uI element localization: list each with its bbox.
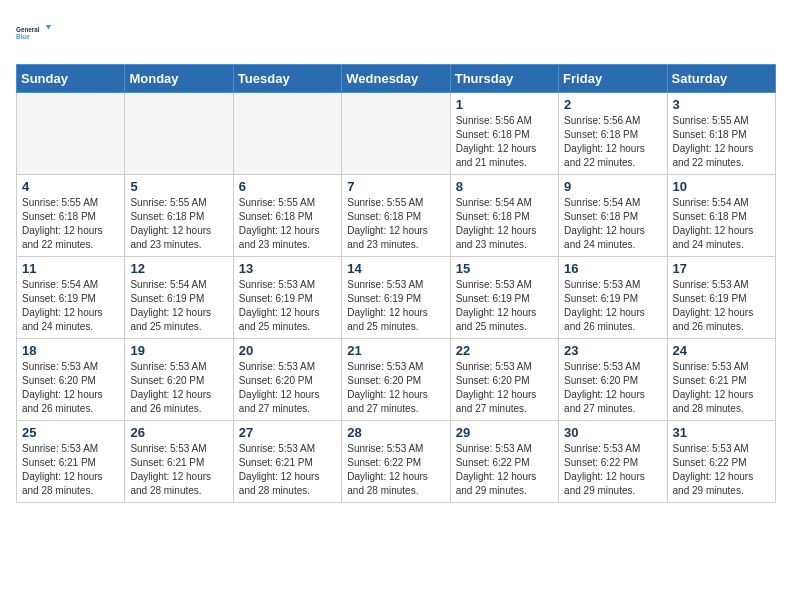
day-info: Sunrise: 5:53 AMSunset: 6:20 PMDaylight:… [456, 360, 553, 416]
weekday-header: Tuesday [233, 65, 341, 93]
day-number: 29 [456, 425, 553, 440]
svg-marker-2 [46, 25, 51, 30]
calendar-cell [17, 93, 125, 175]
calendar-cell: 1Sunrise: 5:56 AMSunset: 6:18 PMDaylight… [450, 93, 558, 175]
day-number: 10 [673, 179, 770, 194]
calendar-cell: 20Sunrise: 5:53 AMSunset: 6:20 PMDayligh… [233, 339, 341, 421]
day-number: 13 [239, 261, 336, 276]
page-header: General Blue [16, 16, 776, 52]
calendar-cell: 18Sunrise: 5:53 AMSunset: 6:20 PMDayligh… [17, 339, 125, 421]
day-number: 22 [456, 343, 553, 358]
calendar-cell: 5Sunrise: 5:55 AMSunset: 6:18 PMDaylight… [125, 175, 233, 257]
weekday-header: Saturday [667, 65, 775, 93]
day-info: Sunrise: 5:54 AMSunset: 6:18 PMDaylight:… [564, 196, 661, 252]
day-number: 9 [564, 179, 661, 194]
day-info: Sunrise: 5:54 AMSunset: 6:18 PMDaylight:… [456, 196, 553, 252]
weekday-header: Sunday [17, 65, 125, 93]
logo-icon: General Blue [16, 16, 52, 52]
day-info: Sunrise: 5:53 AMSunset: 6:19 PMDaylight:… [564, 278, 661, 334]
day-number: 27 [239, 425, 336, 440]
day-number: 14 [347, 261, 444, 276]
day-info: Sunrise: 5:55 AMSunset: 6:18 PMDaylight:… [22, 196, 119, 252]
weekday-header: Friday [559, 65, 667, 93]
day-number: 21 [347, 343, 444, 358]
calendar-cell [342, 93, 450, 175]
calendar-cell: 14Sunrise: 5:53 AMSunset: 6:19 PMDayligh… [342, 257, 450, 339]
day-number: 17 [673, 261, 770, 276]
weekday-header: Monday [125, 65, 233, 93]
day-number: 15 [456, 261, 553, 276]
day-info: Sunrise: 5:53 AMSunset: 6:21 PMDaylight:… [130, 442, 227, 498]
calendar-cell: 17Sunrise: 5:53 AMSunset: 6:19 PMDayligh… [667, 257, 775, 339]
day-info: Sunrise: 5:53 AMSunset: 6:22 PMDaylight:… [673, 442, 770, 498]
svg-text:Blue: Blue [16, 33, 30, 40]
calendar-cell: 22Sunrise: 5:53 AMSunset: 6:20 PMDayligh… [450, 339, 558, 421]
calendar-cell: 13Sunrise: 5:53 AMSunset: 6:19 PMDayligh… [233, 257, 341, 339]
day-info: Sunrise: 5:53 AMSunset: 6:21 PMDaylight:… [22, 442, 119, 498]
day-number: 1 [456, 97, 553, 112]
calendar-week-row: 11Sunrise: 5:54 AMSunset: 6:19 PMDayligh… [17, 257, 776, 339]
day-number: 25 [22, 425, 119, 440]
day-info: Sunrise: 5:53 AMSunset: 6:20 PMDaylight:… [22, 360, 119, 416]
day-info: Sunrise: 5:53 AMSunset: 6:20 PMDaylight:… [130, 360, 227, 416]
calendar-cell: 11Sunrise: 5:54 AMSunset: 6:19 PMDayligh… [17, 257, 125, 339]
day-info: Sunrise: 5:54 AMSunset: 6:19 PMDaylight:… [130, 278, 227, 334]
svg-text:General: General [16, 26, 40, 33]
day-number: 23 [564, 343, 661, 358]
calendar-cell: 12Sunrise: 5:54 AMSunset: 6:19 PMDayligh… [125, 257, 233, 339]
day-number: 24 [673, 343, 770, 358]
day-number: 11 [22, 261, 119, 276]
calendar-cell: 3Sunrise: 5:55 AMSunset: 6:18 PMDaylight… [667, 93, 775, 175]
day-number: 7 [347, 179, 444, 194]
day-number: 4 [22, 179, 119, 194]
day-info: Sunrise: 5:53 AMSunset: 6:19 PMDaylight:… [347, 278, 444, 334]
calendar-header-row: SundayMondayTuesdayWednesdayThursdayFrid… [17, 65, 776, 93]
day-info: Sunrise: 5:53 AMSunset: 6:19 PMDaylight:… [456, 278, 553, 334]
calendar-cell: 24Sunrise: 5:53 AMSunset: 6:21 PMDayligh… [667, 339, 775, 421]
day-info: Sunrise: 5:56 AMSunset: 6:18 PMDaylight:… [564, 114, 661, 170]
day-number: 2 [564, 97, 661, 112]
day-info: Sunrise: 5:53 AMSunset: 6:22 PMDaylight:… [456, 442, 553, 498]
calendar-cell: 28Sunrise: 5:53 AMSunset: 6:22 PMDayligh… [342, 421, 450, 503]
day-number: 12 [130, 261, 227, 276]
calendar-cell: 10Sunrise: 5:54 AMSunset: 6:18 PMDayligh… [667, 175, 775, 257]
day-number: 30 [564, 425, 661, 440]
day-number: 31 [673, 425, 770, 440]
day-info: Sunrise: 5:53 AMSunset: 6:20 PMDaylight:… [564, 360, 661, 416]
day-info: Sunrise: 5:55 AMSunset: 6:18 PMDaylight:… [347, 196, 444, 252]
calendar-week-row: 1Sunrise: 5:56 AMSunset: 6:18 PMDaylight… [17, 93, 776, 175]
calendar-cell: 30Sunrise: 5:53 AMSunset: 6:22 PMDayligh… [559, 421, 667, 503]
day-number: 28 [347, 425, 444, 440]
weekday-header: Thursday [450, 65, 558, 93]
day-number: 16 [564, 261, 661, 276]
day-number: 8 [456, 179, 553, 194]
day-info: Sunrise: 5:53 AMSunset: 6:20 PMDaylight:… [347, 360, 444, 416]
day-info: Sunrise: 5:55 AMSunset: 6:18 PMDaylight:… [673, 114, 770, 170]
day-info: Sunrise: 5:53 AMSunset: 6:20 PMDaylight:… [239, 360, 336, 416]
calendar-cell: 31Sunrise: 5:53 AMSunset: 6:22 PMDayligh… [667, 421, 775, 503]
calendar-week-row: 25Sunrise: 5:53 AMSunset: 6:21 PMDayligh… [17, 421, 776, 503]
calendar-cell: 16Sunrise: 5:53 AMSunset: 6:19 PMDayligh… [559, 257, 667, 339]
calendar-cell: 15Sunrise: 5:53 AMSunset: 6:19 PMDayligh… [450, 257, 558, 339]
logo: General Blue [16, 16, 52, 52]
day-number: 19 [130, 343, 227, 358]
calendar-week-row: 4Sunrise: 5:55 AMSunset: 6:18 PMDaylight… [17, 175, 776, 257]
day-number: 26 [130, 425, 227, 440]
calendar-cell: 8Sunrise: 5:54 AMSunset: 6:18 PMDaylight… [450, 175, 558, 257]
calendar-cell [233, 93, 341, 175]
day-info: Sunrise: 5:53 AMSunset: 6:21 PMDaylight:… [239, 442, 336, 498]
calendar-cell: 7Sunrise: 5:55 AMSunset: 6:18 PMDaylight… [342, 175, 450, 257]
day-number: 5 [130, 179, 227, 194]
day-number: 3 [673, 97, 770, 112]
day-info: Sunrise: 5:53 AMSunset: 6:19 PMDaylight:… [673, 278, 770, 334]
day-info: Sunrise: 5:53 AMSunset: 6:19 PMDaylight:… [239, 278, 336, 334]
calendar-cell: 19Sunrise: 5:53 AMSunset: 6:20 PMDayligh… [125, 339, 233, 421]
calendar-cell [125, 93, 233, 175]
calendar-cell: 26Sunrise: 5:53 AMSunset: 6:21 PMDayligh… [125, 421, 233, 503]
day-info: Sunrise: 5:53 AMSunset: 6:22 PMDaylight:… [564, 442, 661, 498]
calendar-week-row: 18Sunrise: 5:53 AMSunset: 6:20 PMDayligh… [17, 339, 776, 421]
calendar-cell: 9Sunrise: 5:54 AMSunset: 6:18 PMDaylight… [559, 175, 667, 257]
day-info: Sunrise: 5:54 AMSunset: 6:19 PMDaylight:… [22, 278, 119, 334]
day-info: Sunrise: 5:56 AMSunset: 6:18 PMDaylight:… [456, 114, 553, 170]
calendar-cell: 27Sunrise: 5:53 AMSunset: 6:21 PMDayligh… [233, 421, 341, 503]
